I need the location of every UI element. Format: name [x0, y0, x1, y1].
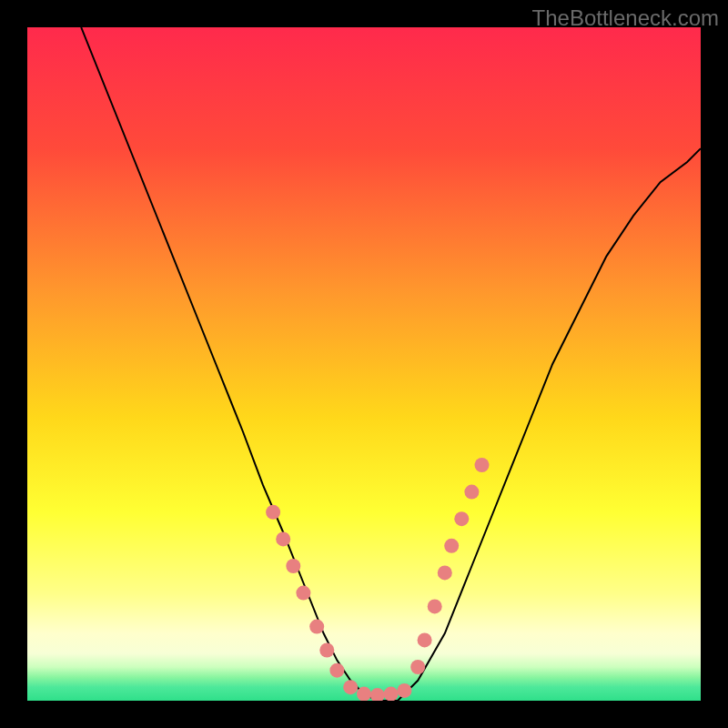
data-point	[343, 680, 358, 694]
data-point	[410, 660, 425, 674]
data-point	[428, 599, 442, 613]
data-point	[438, 565, 452, 580]
data-point	[296, 586, 310, 601]
data-point	[444, 539, 459, 553]
data-point	[276, 531, 290, 546]
chart-plot-area	[27, 27, 701, 701]
data-point	[454, 511, 469, 526]
data-point	[475, 458, 490, 472]
data-point	[384, 687, 399, 701]
data-point	[329, 663, 344, 678]
data-point	[319, 643, 334, 658]
data-point	[286, 559, 300, 573]
data-point	[309, 620, 324, 634]
watermark-text: TheBottleneck.com	[532, 5, 719, 31]
data-point	[266, 505, 280, 520]
data-point	[357, 687, 371, 701]
data-point	[397, 683, 411, 698]
chart-background	[27, 27, 701, 701]
chart-svg	[27, 27, 701, 701]
data-point	[464, 485, 479, 500]
data-point	[418, 632, 432, 647]
